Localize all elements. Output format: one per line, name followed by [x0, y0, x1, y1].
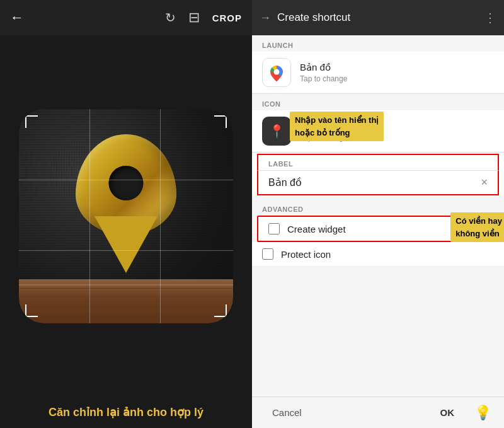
right-content: LAUNCH Bản đồ Tap to change ICON: [252, 35, 504, 396]
protect-icon-row[interactable]: Protect icon: [252, 242, 504, 267]
left-image-area: [0, 35, 252, 396]
left-caption-text: Căn chỉnh lại ảnh cho hợp lý: [49, 406, 203, 419]
maps-item-subtitle: Tap to change: [300, 74, 494, 83]
bottom-actions: Cancel OK 💡: [252, 396, 504, 428]
label-input-row[interactable]: ×: [257, 170, 499, 195]
bulb-icon[interactable]: 💡: [474, 405, 491, 421]
protect-icon-label: Protect icon: [281, 249, 331, 260]
crop-label[interactable]: CROP: [212, 13, 242, 23]
google-maps-svg: [265, 61, 288, 84]
maps-item-text: Bản đồ Tap to change: [300, 62, 494, 83]
label-section: LABEL ×: [252, 154, 504, 195]
crop-grid-h2: [19, 250, 233, 251]
left-panel: ← ↻ ⊟ CROP: [0, 0, 252, 428]
crop-grid-v1: [89, 109, 90, 323]
maps-app-icon: [262, 58, 291, 87]
crop-grid: [19, 109, 233, 323]
ok-button[interactable]: OK: [433, 403, 462, 422]
label-input-field[interactable]: [268, 177, 476, 188]
custom-icon-box: 📍: [262, 117, 291, 146]
shortcut-arrow-icon: →: [260, 11, 271, 25]
widget-annotation: Có viền haykhông viền: [450, 212, 504, 242]
advanced-section: ADVANCED Create widget Có viền haykhông …: [252, 200, 504, 267]
maps-item-title: Bản đồ: [300, 62, 494, 73]
app-icon-container: [19, 109, 233, 323]
app-icon-image: [19, 109, 233, 323]
more-options-icon[interactable]: ⋮: [484, 10, 496, 25]
icon-item[interactable]: 📍 Custo... Tap to change Nhập vào tên hi…: [252, 110, 504, 153]
label-section-header: LABEL: [257, 154, 499, 170]
right-toolbar: → Create shortcut ⋮: [252, 0, 504, 35]
crop-grid-v2: [160, 109, 161, 323]
create-widget-label: Create widget: [287, 224, 346, 234]
toolbar-icons: ↻ ⊟ CROP: [165, 9, 242, 26]
custom-pin-icon: 📍: [269, 124, 285, 139]
back-button[interactable]: ←: [10, 9, 24, 26]
right-toolbar-title: Create shortcut: [277, 11, 484, 24]
label-clear-button[interactable]: ×: [481, 176, 488, 189]
icon-annotation: Nhập vào tên hiển thịhoặc bỏ trống: [290, 112, 384, 141]
crop-overlay: [19, 109, 233, 323]
svg-point-1: [274, 69, 280, 75]
crop-grid-h1: [19, 180, 233, 180]
crop-toggle-icon[interactable]: ⊟: [188, 9, 200, 26]
right-panel: → Create shortcut ⋮ LAUNCH Bản đồ Tap to: [252, 0, 504, 428]
icon-section-wrapper: 📍 Custo... Tap to change Nhập vào tên hi…: [252, 110, 504, 153]
launch-section-header: LAUNCH: [252, 35, 504, 52]
create-widget-checkbox[interactable]: [268, 223, 280, 234]
refresh-icon[interactable]: ↻: [165, 10, 176, 25]
cancel-button[interactable]: Cancel: [265, 403, 309, 422]
launch-item[interactable]: Bản đồ Tap to change: [252, 52, 504, 94]
icon-section-header: ICON: [252, 94, 504, 110]
widget-wrapper: Create widget Có viền haykhông viền: [252, 216, 504, 242]
left-toolbar: ← ↻ ⊟ CROP: [0, 0, 252, 35]
left-caption: Căn chỉnh lại ảnh cho hợp lý: [0, 396, 252, 428]
protect-icon-checkbox[interactable]: [262, 248, 273, 260]
